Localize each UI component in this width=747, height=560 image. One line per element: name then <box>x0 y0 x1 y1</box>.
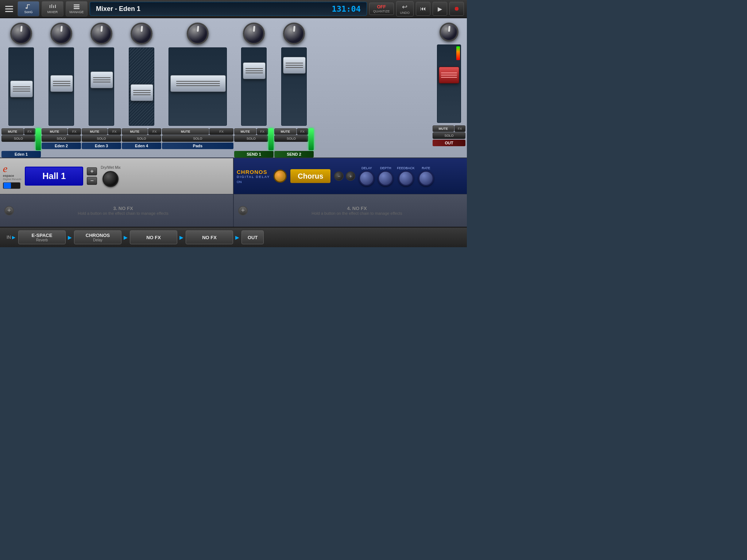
drywet-knob[interactable] <box>102 171 119 187</box>
channel-3-solo[interactable]: SOLO <box>82 135 121 142</box>
channel-4-mute[interactable]: MUTE <box>122 128 148 135</box>
channel-3-fx[interactable]: FX <box>108 128 121 135</box>
channel-6-led <box>268 128 274 150</box>
out-mute[interactable]: MUTE <box>433 125 454 132</box>
undo-button[interactable]: ↩ UNDO <box>396 1 414 16</box>
chronos-nav: − + <box>334 171 355 181</box>
quantize-button[interactable]: OFF QUANTIZE <box>369 3 394 15</box>
out-fx[interactable]: FX <box>454 125 465 132</box>
chronos-next[interactable]: + <box>346 171 355 181</box>
chronos-power-btn[interactable] <box>274 170 287 183</box>
channel-2-fader[interactable] <box>50 75 73 92</box>
channel-6-fader-track <box>241 47 267 126</box>
channel-6-solo[interactable]: SOLO <box>234 135 268 142</box>
channel-1-solo[interactable]: SOLO <box>1 135 35 142</box>
channel-strip-3: MUTE FX SOLO Eden 3 <box>82 21 121 149</box>
chain-nofx1-label: NO FX <box>146 235 161 240</box>
channel-7-fx[interactable]: FX <box>297 128 308 135</box>
chronos-prev[interactable]: − <box>334 171 344 181</box>
channel-1-fader-track <box>8 47 34 126</box>
out-label: OUT <box>433 140 465 146</box>
depth-knob[interactable] <box>378 171 393 186</box>
delay-knob[interactable] <box>359 171 374 186</box>
out-solo[interactable]: SOLO <box>433 132 465 139</box>
record-button[interactable]: ⏺ <box>449 2 464 16</box>
channel-6-fader[interactable] <box>243 62 266 79</box>
manage-tab[interactable]: MANAGE <box>66 1 88 16</box>
channel-7-mute[interactable]: MUTE <box>274 128 297 135</box>
song-tab[interactable]: SonG <box>18 1 39 16</box>
channel-strip-2: MUTE FX SOLO Eden 2 <box>42 21 81 149</box>
channel-4-pan-knob[interactable] <box>131 23 152 44</box>
chain-block-chronos[interactable]: CHRONOS Delay <box>74 230 121 244</box>
chain-out-label: OUT <box>248 235 258 240</box>
chronos-preset-name: Chorus <box>298 172 323 180</box>
quantize-label: QUANTIZE <box>373 9 390 13</box>
out-pan-knob[interactable] <box>440 23 458 42</box>
chain-block-nofx1[interactable]: NO FX <box>130 230 177 244</box>
channel-4-fader[interactable] <box>131 84 153 101</box>
rate-knob[interactable] <box>418 171 434 186</box>
menu-button[interactable] <box>3 3 15 15</box>
channel-5-solo[interactable]: SOLO <box>162 135 233 142</box>
channel-3-pan-knob[interactable] <box>90 23 112 44</box>
chronos-sub: DIGITAL DELAY <box>237 175 270 179</box>
channel-7-pan-knob[interactable] <box>283 23 305 44</box>
fx-panel-3-hint: Hold a button on the effect chain to man… <box>78 211 169 215</box>
channel-1-fader[interactable] <box>10 81 33 97</box>
channel-2-fx[interactable]: FX <box>68 128 81 135</box>
channel-5-mute[interactable]: MUTE <box>162 128 209 135</box>
feedback-knob-section: FEEDBACK <box>397 166 415 186</box>
out-fader[interactable] <box>439 67 459 83</box>
mixer-tab[interactable]: MIXER <box>42 1 63 16</box>
channel-2-mute[interactable]: MUTE <box>42 128 67 135</box>
channel-6-mute[interactable]: MUTE <box>234 128 256 135</box>
chain-block-nofx2[interactable]: NO FX <box>186 230 233 244</box>
song-tab-label: SonG <box>24 10 32 14</box>
channel-5-fader[interactable] <box>170 75 226 92</box>
channel-7-fader[interactable] <box>283 57 306 74</box>
channel-6-pan-knob[interactable] <box>243 23 265 44</box>
chain-arrow-3-icon: ▶ <box>177 234 186 240</box>
espace-preset-up[interactable]: + <box>87 167 97 175</box>
chain-arrow-4-icon: ▶ <box>233 234 241 240</box>
channel-5-fader-track <box>169 47 227 126</box>
espace-preset-down[interactable]: − <box>87 177 97 185</box>
espace-preset-display[interactable]: Hall 1 <box>25 167 83 186</box>
feedback-knob[interactable] <box>398 171 414 186</box>
play-button[interactable]: ▶ <box>433 2 447 16</box>
chronos-preset-display[interactable]: Chorus <box>290 169 330 183</box>
fx-panel-3-add[interactable]: + <box>4 206 14 215</box>
channel-4-fx[interactable]: FX <box>148 128 161 135</box>
espace-power-toggle[interactable] <box>3 182 20 189</box>
chain-block-espce[interactable]: E-SPACE Reverb <box>18 230 66 244</box>
delay-knob-section: DELAY <box>359 166 374 186</box>
channel-1-mute[interactable]: MUTE <box>1 128 24 135</box>
channel-1-fx[interactable]: FX <box>24 128 35 135</box>
chain-arrow-1-icon: ▶ <box>66 234 74 240</box>
chain-out-block[interactable]: OUT <box>241 230 264 244</box>
channel-2-fader-track <box>49 47 74 126</box>
fx-panel-4-add[interactable]: + <box>238 206 248 215</box>
chronos-on-label: ON <box>237 180 270 184</box>
out-level-meter <box>456 46 460 60</box>
rate-label: RATE <box>422 166 430 170</box>
channel-5-fx[interactable]: FX <box>209 128 233 135</box>
fx-panel-3: + 3. NO FX Hold a button on the effect c… <box>0 194 234 227</box>
chain-chronos-label: CHRONOS <box>86 233 110 238</box>
espace-nav-buttons: + − <box>87 167 97 185</box>
channel-3-fader[interactable] <box>90 71 113 88</box>
channel-4-solo[interactable]: SOLO <box>122 135 161 142</box>
svg-rect-8 <box>74 6 80 7</box>
espace-preset-name: Hall 1 <box>42 171 66 181</box>
channel-7-solo[interactable]: SOLO <box>274 135 308 142</box>
channel-1-pan-knob[interactable] <box>10 23 32 44</box>
channel-5-pan-knob[interactable] <box>187 23 209 44</box>
chain-in-arrow-icon: ▶ <box>12 235 15 240</box>
channel-2-solo[interactable]: SOLO <box>42 135 81 142</box>
channel-6-fx[interactable]: FX <box>257 128 268 135</box>
channel-2-pan-knob[interactable] <box>50 23 72 44</box>
channel-3-mute[interactable]: MUTE <box>82 128 108 135</box>
drywet-section: Dry/Wet Mix <box>101 166 120 187</box>
rewind-button[interactable]: ⏮ <box>416 2 430 16</box>
